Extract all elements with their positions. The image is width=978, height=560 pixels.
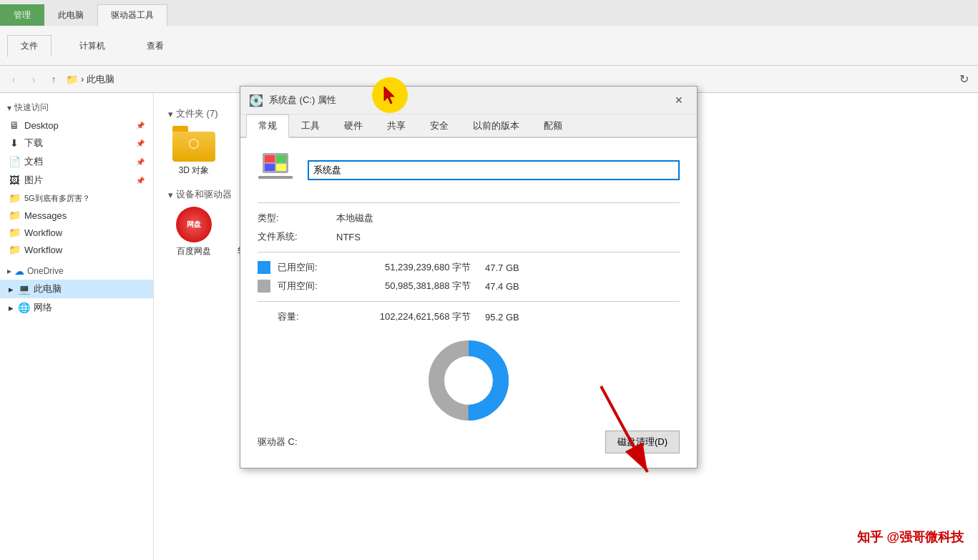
fs-label: 文件系统:	[258, 230, 336, 243]
type-row: 类型: 本地磁盘	[258, 212, 680, 225]
dialog-tab-tools[interactable]: 工具	[289, 114, 332, 137]
drive-name-row	[258, 152, 680, 188]
used-color-box	[258, 261, 270, 274]
dialog-titlebar: 💽 系统盘 (C:) 属性 ✕	[240, 87, 697, 114]
divider3	[258, 301, 680, 302]
used-gb: 47.7 GB	[485, 262, 519, 273]
watermark: 知乎 @强哥微科技	[857, 529, 964, 546]
used-space-row: 已用空间: 51,239,239,680 字节 47.7 GB	[258, 261, 680, 274]
type-label: 类型:	[258, 212, 336, 225]
capacity-gb: 95.2 GB	[485, 312, 519, 323]
capacity-bytes: 102,224,621,568 字节	[342, 310, 471, 323]
drive-name-input[interactable]	[308, 160, 680, 180]
dialog-title-icon: 💽	[249, 94, 263, 107]
dialog-tab-hardware[interactable]: 硬件	[332, 114, 375, 137]
dialog-tab-previous[interactable]: 以前的版本	[461, 114, 532, 137]
free-bytes: 50,985,381,888 字节	[342, 280, 471, 293]
cursor-circle	[372, 77, 408, 113]
divider1	[258, 202, 680, 203]
capacity-label: 容量:	[278, 310, 342, 323]
free-color-box	[258, 280, 270, 293]
red-arrow	[587, 379, 673, 496]
fs-value: NTFS	[336, 232, 361, 242]
capacity-row: 容量: 102,224,621,568 字节 95.2 GB	[258, 310, 680, 323]
cursor-icon	[381, 85, 398, 105]
dialog-tab-sharing[interactable]: 共享	[375, 114, 418, 137]
used-label: 已用空间:	[278, 261, 342, 274]
divider2	[258, 252, 680, 252]
svg-line-4	[601, 386, 647, 472]
explorer-background: 管理 此电脑 驱动器工具 文件 计算机 查看 ‹ › ↑ 📁 › 此电脑 ↻ ▾…	[0, 0, 978, 560]
svg-point-2	[450, 362, 487, 399]
donut-chart	[426, 338, 512, 423]
dialog-title-text: 系统盘 (C:) 属性	[269, 94, 670, 107]
free-label: 可用空间:	[278, 280, 342, 293]
fs-row: 文件系统: NTFS	[258, 230, 680, 243]
dialog-tabs: 常规 工具 硬件 共享 安全 以前的版本 配额	[240, 114, 697, 138]
free-gb: 47.4 GB	[485, 281, 519, 292]
type-value: 本地磁盘	[336, 212, 373, 225]
modal-overlay: 💽 系统盘 (C:) 属性 ✕ 常规 工具 硬件 共享 安全 以前的版本 配额	[0, 0, 978, 560]
used-bytes: 51,239,239,680 字节	[342, 261, 471, 274]
free-space-row: 可用空间: 50,985,381,888 字节 47.4 GB	[258, 280, 680, 293]
dialog-tab-general[interactable]: 常规	[246, 114, 289, 138]
drive-letter-label: 驱动器 C:	[258, 436, 298, 448]
dialog-tab-security[interactable]: 安全	[418, 114, 461, 137]
drive-big-icon	[258, 152, 293, 188]
dialog-close-button[interactable]: ✕	[670, 92, 688, 108]
dialog-tab-quota[interactable]: 配额	[532, 114, 574, 137]
